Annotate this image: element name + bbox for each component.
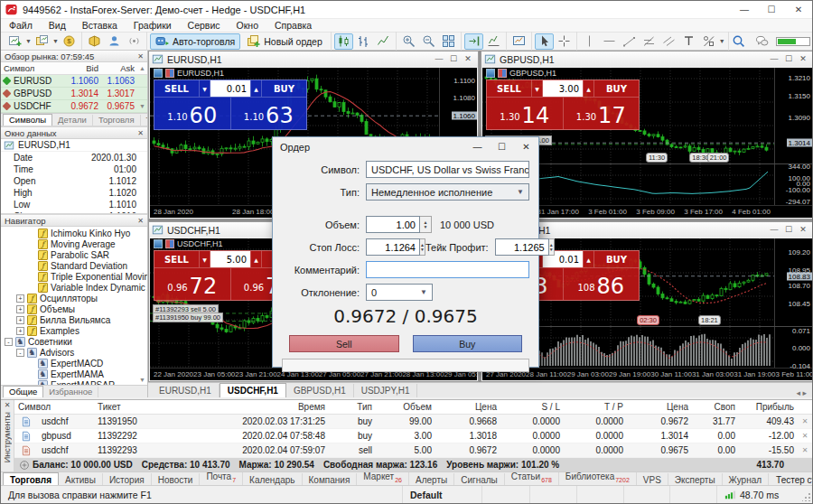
line-chart-button[interactable] bbox=[374, 33, 393, 50]
tree-expander-icon[interactable]: + bbox=[16, 305, 24, 313]
market-watch-row[interactable]: GBPUSD1.30141.3017 bbox=[1, 88, 147, 100]
buy-price[interactable]: 1.3017 bbox=[564, 98, 640, 129]
chevron-down-icon[interactable]: ▼ bbox=[719, 38, 725, 44]
vertical-line-button[interactable] bbox=[580, 33, 599, 50]
shapes-button[interactable] bbox=[699, 33, 718, 50]
volume-input[interactable]: 3.00 bbox=[543, 80, 583, 97]
volume-up-icon[interactable]: ▲ bbox=[583, 251, 594, 267]
buy-button[interactable]: BUY bbox=[594, 251, 639, 267]
close-icon[interactable]: ✕ bbox=[461, 52, 475, 66]
buy-price[interactable]: 10886 bbox=[564, 268, 640, 300]
community-button[interactable] bbox=[105, 33, 124, 50]
zoom-in-button[interactable] bbox=[399, 33, 418, 50]
maximize-icon[interactable]: ☐ bbox=[446, 52, 461, 66]
buy-price[interactable]: 1.1063 bbox=[231, 98, 307, 129]
nav-item[interactable]: ♞ExpertMACD bbox=[1, 358, 147, 369]
menu-item[interactable]: Вставка bbox=[74, 20, 126, 31]
nav-item[interactable]: +ƒОбъемы bbox=[1, 303, 147, 314]
templates-button[interactable] bbox=[509, 33, 528, 50]
sell-price[interactable]: 1.3014 bbox=[487, 98, 564, 129]
volume-up-icon[interactable]: ▲ bbox=[583, 80, 594, 97]
nav-item[interactable]: +ƒБилла Вильямса bbox=[1, 314, 147, 325]
one-click-toggle-icon[interactable] bbox=[165, 69, 174, 78]
close-position-icon[interactable]: ✕ bbox=[798, 432, 812, 440]
tree-expander-icon[interactable]: + bbox=[16, 316, 24, 324]
maximize-icon[interactable]: ☐ bbox=[490, 137, 514, 156]
nav-item[interactable]: ƒTriple Exponential Movin bbox=[1, 271, 147, 282]
chevron-down-icon[interactable]: ▼ bbox=[25, 38, 32, 44]
close-position-icon[interactable]: ✕ bbox=[798, 417, 812, 425]
tree-expander-icon[interactable]: - bbox=[16, 349, 24, 357]
nav-item[interactable]: +ƒОсцилляторы bbox=[1, 293, 147, 303]
nav-item[interactable]: ƒMoving Average bbox=[1, 238, 147, 249]
tree-expander-icon[interactable]: + bbox=[16, 294, 24, 303]
menu-item[interactable]: Вид bbox=[41, 20, 74, 31]
autotrade-button[interactable]: Авто-торговля bbox=[150, 33, 240, 50]
tree-expander-icon[interactable]: - bbox=[5, 338, 13, 346]
one-click-toggle-icon[interactable] bbox=[165, 239, 174, 248]
one-click-toggle-icon[interactable] bbox=[498, 69, 507, 78]
nav-item[interactable]: ♞ExpertMAMA bbox=[1, 369, 147, 379]
close-icon[interactable]: ✕ bbox=[514, 137, 538, 156]
horizontal-line-button[interactable] bbox=[600, 33, 619, 50]
close-icon[interactable]: ✕ bbox=[137, 217, 144, 225]
sell-button[interactable]: SELL bbox=[154, 80, 199, 97]
menu-item[interactable]: Окно bbox=[229, 20, 266, 31]
tab-Избранное[interactable]: Избранное bbox=[43, 387, 98, 397]
nav-item[interactable]: ƒParabolic SAR bbox=[1, 249, 147, 260]
market-watch-row[interactable]: USDCHF0.96720.9675▼ bbox=[1, 100, 147, 113]
sell-button[interactable]: SELL bbox=[154, 251, 199, 267]
tab-Тик[interactable]: Тик bbox=[141, 115, 147, 126]
menu-item[interactable]: Справка bbox=[266, 20, 320, 31]
menu-item[interactable]: Файл bbox=[1, 20, 41, 31]
sell-price[interactable]: 1.1060 bbox=[154, 98, 231, 129]
maximize-icon[interactable]: ☐ bbox=[758, 1, 785, 18]
crosshair-button[interactable] bbox=[555, 33, 574, 50]
chart-tab-gbpusd-h1[interactable]: GBPUSD,H1 bbox=[286, 384, 354, 397]
minimize-icon[interactable]: — bbox=[767, 52, 781, 66]
profiles-button[interactable] bbox=[33, 33, 51, 50]
buy-button[interactable]: BUY bbox=[594, 80, 639, 97]
auto-scroll-button[interactable] bbox=[484, 33, 503, 50]
close-icon[interactable]: ✕ bbox=[785, 1, 812, 18]
nav-item[interactable]: +ƒExamples bbox=[1, 325, 147, 336]
resize-grip[interactable] bbox=[802, 493, 810, 501]
minimize-icon[interactable]: — bbox=[731, 1, 758, 18]
sell-price[interactable]: 0.9672 bbox=[154, 268, 231, 300]
close-icon[interactable]: ✕ bbox=[796, 52, 810, 66]
candles-button[interactable] bbox=[334, 33, 353, 50]
volume-down-icon[interactable]: ▼ bbox=[199, 251, 210, 267]
cursor-button[interactable] bbox=[535, 33, 554, 50]
chevron-down-icon[interactable]: ▼ bbox=[52, 38, 59, 44]
volume-up-icon[interactable]: ▲ bbox=[250, 251, 262, 267]
shift-end-button[interactable] bbox=[464, 33, 483, 50]
position-row[interactable]: gbpusd113922922020.02.04 07:58:48buy3.00… bbox=[14, 429, 812, 443]
stop-loss-input[interactable] bbox=[366, 238, 420, 256]
close-position-icon[interactable]: ✕ bbox=[798, 446, 812, 454]
position-row[interactable]: usdchf113919502020.02.03 17:31:25buy99.0… bbox=[14, 415, 812, 429]
maximize-icon[interactable]: ☐ bbox=[781, 52, 796, 66]
scroll-down-icon[interactable]: ▼ bbox=[139, 377, 145, 383]
status-profile[interactable]: Default bbox=[403, 486, 482, 503]
tree-expander-icon[interactable]: + bbox=[16, 327, 24, 335]
minimize-icon[interactable]: — bbox=[465, 137, 490, 156]
bars-button[interactable] bbox=[354, 33, 373, 50]
account-history-button[interactable]: $ bbox=[60, 33, 79, 50]
market-watch-button[interactable] bbox=[85, 33, 104, 50]
volume-up-icon[interactable]: ▲ bbox=[250, 80, 262, 97]
symbol-select[interactable]: USDCHF, US Dollar vs Swiss Franc ▼ bbox=[366, 161, 529, 178]
nav-item[interactable]: ƒIchimoku Kinko Hyo bbox=[1, 228, 147, 238]
zoom-out-button[interactable] bbox=[419, 33, 438, 50]
volume-down-icon[interactable]: ▼ bbox=[531, 80, 543, 97]
broadcast-button[interactable] bbox=[125, 33, 144, 50]
order-type-select[interactable]: Немедленное исполнение ▼ bbox=[366, 183, 529, 201]
take-profit-stepper[interactable]: ▲▼ bbox=[549, 238, 555, 256]
menu-item[interactable]: Сервис bbox=[180, 20, 229, 31]
new-chart-button[interactable] bbox=[5, 33, 24, 50]
tab-Символы[interactable]: Символы bbox=[3, 114, 52, 126]
tab-Общие[interactable]: Общие bbox=[3, 386, 43, 397]
maximize-icon[interactable]: ☐ bbox=[781, 223, 796, 237]
volume-stepper[interactable]: ▲▼ bbox=[420, 216, 432, 233]
sell-button[interactable]: Sell bbox=[289, 335, 399, 352]
close-icon[interactable]: ✕ bbox=[137, 129, 144, 137]
